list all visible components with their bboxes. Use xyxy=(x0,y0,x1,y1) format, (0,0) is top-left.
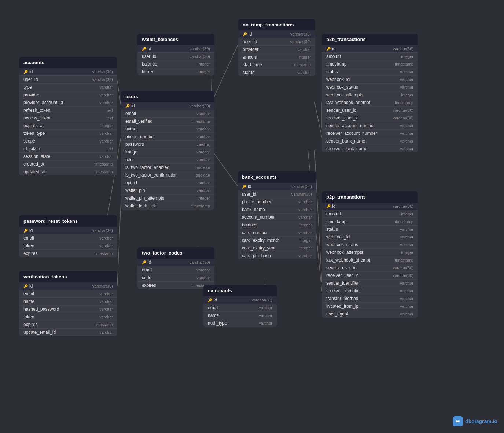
table-row: phone_number varchar xyxy=(238,198,316,206)
col-type: text xyxy=(106,116,113,120)
col-name: scope xyxy=(23,138,35,144)
table-row: wallet_pin varchar xyxy=(121,187,214,195)
col-type: varchar xyxy=(196,134,210,139)
col-type: varchar xyxy=(99,292,113,296)
table-header-verification-tokens: verification_tokens xyxy=(19,271,117,282)
table-row: user_id varchar(30) xyxy=(238,38,315,46)
col-type: varchar xyxy=(400,312,413,316)
table-row: amount integer xyxy=(322,53,418,60)
col-name: receiver_account_number xyxy=(326,131,377,136)
table-row: provider_account_id varchar xyxy=(19,99,117,107)
table-row: webhook_id varchar xyxy=(322,233,418,241)
table-row: is_two_factor_enabled boolean xyxy=(121,164,214,171)
col-type: varchar xyxy=(99,131,113,136)
table-users: users 🔑 id varchar(30) email varchar ema… xyxy=(121,91,214,210)
col-name: locked xyxy=(142,69,155,74)
col-type: varchar(30) xyxy=(393,108,413,112)
svg-point-12 xyxy=(456,420,458,422)
col-type: varchar(30) xyxy=(92,228,113,233)
col-name: 🔑 id xyxy=(23,284,33,289)
table-row: balance integer xyxy=(137,60,214,68)
col-name: sender_user_id xyxy=(326,265,357,270)
col-type: integer xyxy=(401,54,413,59)
col-name: expires xyxy=(23,322,38,327)
table-on-ramp-transactions: on_ramp_transactions 🔑 id varchar(30) us… xyxy=(238,19,315,76)
col-name: status xyxy=(243,70,254,75)
col-name: amount xyxy=(326,54,341,59)
col-type: timestamp xyxy=(94,251,113,256)
col-name: bank_name xyxy=(242,207,265,212)
col-name: user_id xyxy=(142,54,156,59)
col-type: varchar xyxy=(400,296,413,301)
col-type: timestamp xyxy=(292,63,311,67)
col-type: integer xyxy=(298,55,311,59)
table-password-reset-tokens: password_reset_tokens 🔑 id varchar(30) e… xyxy=(19,215,117,257)
table-row: image varchar xyxy=(121,148,214,156)
table-row: name varchar xyxy=(203,312,277,319)
table-row: token varchar xyxy=(19,242,117,250)
col-name: last_webhook_attempt xyxy=(326,258,370,263)
col-type: integer xyxy=(401,250,413,255)
table-row: email varchar xyxy=(19,290,117,298)
col-type: varchar xyxy=(297,70,311,75)
col-type: varchar xyxy=(400,235,413,239)
col-type: timestamp xyxy=(395,219,413,224)
col-type: varchar xyxy=(99,139,113,143)
col-name: sender_account_number xyxy=(326,123,375,128)
table-row: card_number varchar xyxy=(238,229,316,237)
table-row: provider varchar xyxy=(238,46,315,53)
col-name: type xyxy=(23,85,32,90)
table-header-two-factor-codes: two_factor_codes xyxy=(137,247,214,259)
col-type: timestamp xyxy=(395,62,413,66)
col-type: varchar xyxy=(400,227,413,232)
col-type: integer xyxy=(100,123,113,128)
table-title: p2p_transactions xyxy=(326,194,366,200)
table-row: 🔑 id varchar(36) xyxy=(322,45,418,53)
branding-icon xyxy=(453,416,463,426)
table-row: id_token text xyxy=(19,145,117,153)
table-header-wallet-balances: wallet_balances xyxy=(137,34,214,45)
table-row: sender_account_number varchar xyxy=(322,122,418,130)
svg-line-2 xyxy=(212,44,238,102)
col-type: varchar xyxy=(400,123,413,128)
col-type: varchar xyxy=(196,188,210,193)
table-row: receiver_account_number varchar xyxy=(322,130,418,137)
col-name: token xyxy=(23,314,34,319)
col-name: user_id xyxy=(243,39,257,44)
col-type: varchar xyxy=(196,150,210,154)
col-name: 🔑 id xyxy=(23,69,33,74)
col-type: varchar(30) xyxy=(291,192,312,196)
table-row: receiver_identifier varchar xyxy=(322,287,418,295)
table-row: 🔑 id varchar(30) xyxy=(19,227,117,234)
table-row: last_webhook_attempt timestamp xyxy=(322,256,418,264)
col-type: varchar xyxy=(196,268,210,272)
table-row: start_time timestamp xyxy=(238,61,315,69)
col-name: id_token xyxy=(23,146,40,151)
table-row: receiver_bank_name varchar xyxy=(322,145,418,152)
col-type: varchar xyxy=(259,306,272,310)
col-name: provider_account_id xyxy=(23,100,63,105)
svg-line-8 xyxy=(314,102,322,137)
table-row: user_id varchar(30) xyxy=(238,190,316,198)
table-row: webhook_attempts integer xyxy=(322,249,418,256)
col-type: varchar xyxy=(99,315,113,319)
table-row: auth_type varchar xyxy=(203,319,277,327)
col-name: email_verified xyxy=(125,119,152,124)
table-row: sender_bank_name varchar xyxy=(322,137,418,145)
table-row: webhook_attempts integer xyxy=(322,91,418,99)
col-type: timestamp xyxy=(395,100,413,105)
col-type: integer xyxy=(299,238,312,243)
table-row: password varchar xyxy=(121,141,214,148)
branding-text: dbdiagram.io xyxy=(465,418,497,424)
col-type: integer xyxy=(198,196,210,200)
table-row: sender_user_id varchar(30) xyxy=(322,264,418,272)
col-type: varchar xyxy=(298,230,312,235)
col-type: varchar xyxy=(99,244,113,248)
col-name: account_number xyxy=(242,215,275,220)
col-name: name xyxy=(125,126,136,132)
table-row: 🔑 id varchar(30) xyxy=(121,102,214,110)
col-type: varchar(36) xyxy=(393,47,413,51)
col-name: webhook_status xyxy=(326,85,358,90)
col-type: varchar xyxy=(99,93,113,97)
table-bank-accounts: bank_accounts 🔑 id varchar(30) user_id v… xyxy=(238,171,316,259)
